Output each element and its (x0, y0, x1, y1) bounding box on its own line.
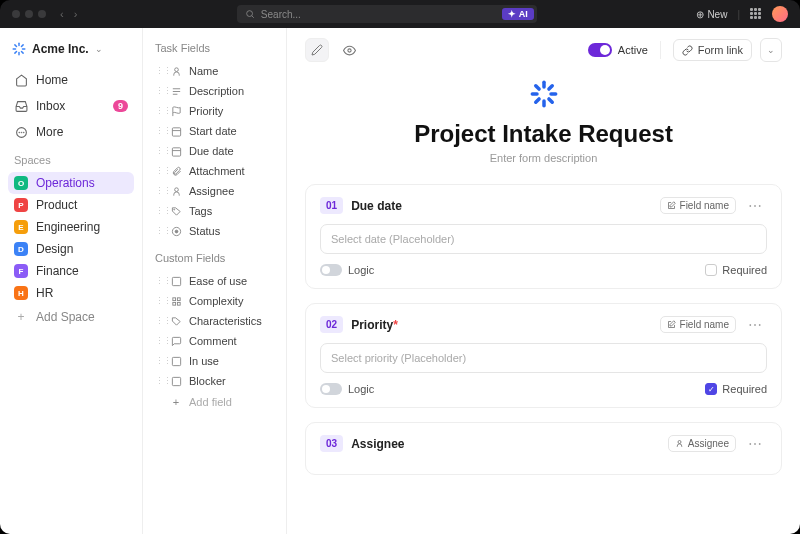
active-toggle[interactable]: Active (588, 43, 648, 57)
workspace-switcher[interactable]: Acme Inc. ⌄ (8, 38, 134, 60)
drag-handle-icon[interactable]: ⋮⋮ (155, 86, 163, 96)
field-type-icon (169, 86, 183, 97)
logic-toggle[interactable] (320, 383, 342, 395)
apps-icon[interactable] (750, 8, 762, 20)
space-item-operations[interactable]: OOperations (8, 172, 134, 194)
add-field-button[interactable]: + Add field (151, 392, 278, 412)
space-item-hr[interactable]: HHR (8, 282, 134, 304)
space-item-finance[interactable]: FFinance (8, 260, 134, 282)
form-field-card[interactable]: 02Priority*Field name⋯Select priority (P… (305, 303, 782, 408)
svg-point-23 (174, 187, 178, 191)
card-title[interactable]: Assignee (351, 437, 404, 451)
search-input[interactable]: Search... ✦AI (237, 5, 537, 23)
forward-icon[interactable]: › (74, 8, 78, 20)
field-item[interactable]: ⋮⋮Start date (151, 121, 278, 141)
form-field-card[interactable]: 01Due dateField name⋯Select date (Placeh… (305, 184, 782, 289)
field-item[interactable]: ⋮⋮In use (151, 351, 278, 371)
svg-rect-29 (177, 297, 180, 300)
nav-arrows[interactable]: ‹ › (60, 8, 77, 20)
space-badge: D (14, 242, 28, 256)
card-more-button[interactable]: ⋯ (744, 317, 767, 333)
chevron-down-icon: ⌄ (95, 44, 103, 54)
field-item[interactable]: ⋮⋮Description (151, 81, 278, 101)
field-item[interactable]: ⋮⋮Priority (151, 101, 278, 121)
field-item[interactable]: ⋮⋮Due date (151, 141, 278, 161)
field-item[interactable]: ⋮⋮Complexity (151, 291, 278, 311)
field-name-tag[interactable]: Field name (660, 316, 736, 333)
drag-handle-icon[interactable]: ⋮⋮ (155, 226, 163, 236)
field-item[interactable]: ⋮⋮Comment (151, 331, 278, 351)
svg-line-38 (548, 99, 551, 102)
field-item[interactable]: ⋮⋮Blocker (151, 371, 278, 391)
logic-toggle[interactable] (320, 264, 342, 276)
avatar[interactable] (772, 6, 788, 22)
preview-mode-button[interactable] (337, 38, 361, 62)
space-badge: P (14, 198, 28, 212)
back-icon[interactable]: ‹ (60, 8, 64, 20)
drag-handle-icon[interactable]: ⋮⋮ (155, 66, 163, 76)
space-item-engineering[interactable]: EEngineering (8, 216, 134, 238)
svg-line-9 (21, 45, 23, 47)
required-checkbox[interactable] (705, 264, 717, 276)
field-item[interactable]: ⋮⋮Ease of use (151, 271, 278, 291)
space-item-design[interactable]: DDesign (8, 238, 134, 260)
field-item[interactable]: ⋮⋮Name (151, 61, 278, 81)
form-field-card[interactable]: 03AssigneeAssignee⋯ (305, 422, 782, 475)
field-placeholder-input[interactable]: Select priority (Placeholder) (320, 343, 767, 373)
svg-rect-19 (172, 127, 180, 135)
card-more-button[interactable]: ⋯ (744, 436, 767, 452)
field-item[interactable]: ⋮⋮Status (151, 221, 278, 241)
drag-handle-icon[interactable]: ⋮⋮ (155, 376, 163, 386)
drag-handle-icon[interactable]: ⋮⋮ (155, 166, 163, 176)
field-type-icon (169, 106, 183, 117)
workspace-logo-icon (12, 42, 26, 56)
field-type-icon (169, 206, 183, 217)
edit-mode-button[interactable] (305, 38, 329, 62)
field-placeholder-input[interactable]: Select date (Placeholder) (320, 224, 767, 254)
form-description-input[interactable]: Enter form description (305, 152, 782, 164)
search-icon (245, 9, 255, 19)
drag-handle-icon[interactable]: ⋮⋮ (155, 316, 163, 326)
svg-line-1 (252, 16, 254, 18)
form-title[interactable]: Project Intake Request (305, 120, 782, 148)
drag-handle-icon[interactable]: ⋮⋮ (155, 146, 163, 156)
drag-handle-icon[interactable]: ⋮⋮ (155, 186, 163, 196)
drag-handle-icon[interactable]: ⋮⋮ (155, 356, 163, 366)
card-title[interactable]: Due date (351, 199, 402, 213)
field-type-icon (169, 376, 183, 387)
drag-handle-icon[interactable]: ⋮⋮ (155, 106, 163, 116)
sidebar-fields: Task Fields ⋮⋮Name⋮⋮Description⋮⋮Priorit… (143, 28, 286, 534)
required-checkbox[interactable] (705, 383, 717, 395)
drag-handle-icon[interactable]: ⋮⋮ (155, 276, 163, 286)
field-item[interactable]: ⋮⋮Assignee (151, 181, 278, 201)
nav-more[interactable]: More (8, 120, 134, 144)
svg-line-42 (548, 86, 551, 89)
svg-rect-33 (172, 377, 180, 385)
form-logo-icon (530, 80, 558, 108)
svg-rect-28 (172, 297, 175, 300)
drag-handle-icon[interactable]: ⋮⋮ (155, 296, 163, 306)
svg-line-5 (21, 51, 23, 53)
add-space-button[interactable]: + Add Space (8, 306, 134, 328)
drag-handle-icon[interactable]: ⋮⋮ (155, 126, 163, 136)
field-item[interactable]: ⋮⋮Characteristics (151, 311, 278, 331)
drag-handle-icon[interactable]: ⋮⋮ (155, 336, 163, 346)
drag-handle-icon[interactable]: ⋮⋮ (155, 206, 163, 216)
field-name-tag[interactable]: Assignee (668, 435, 736, 452)
nav-inbox[interactable]: Inbox 9 (8, 94, 134, 118)
field-name-tag[interactable]: Field name (660, 197, 736, 214)
ai-badge[interactable]: ✦AI (502, 8, 534, 20)
card-more-button[interactable]: ⋯ (744, 198, 767, 214)
field-type-icon (169, 146, 183, 157)
form-link-button[interactable]: Form link (673, 39, 752, 61)
field-item[interactable]: ⋮⋮Tags (151, 201, 278, 221)
space-badge: O (14, 176, 28, 190)
field-type-icon (169, 316, 183, 327)
new-button[interactable]: ⊕New (696, 9, 727, 20)
field-item[interactable]: ⋮⋮Attachment (151, 161, 278, 181)
form-link-dropdown[interactable]: ⌄ (760, 38, 782, 62)
space-item-product[interactable]: PProduct (8, 194, 134, 216)
nav-home[interactable]: Home (8, 68, 134, 92)
svg-point-12 (21, 132, 22, 133)
card-title[interactable]: Priority* (351, 318, 398, 332)
